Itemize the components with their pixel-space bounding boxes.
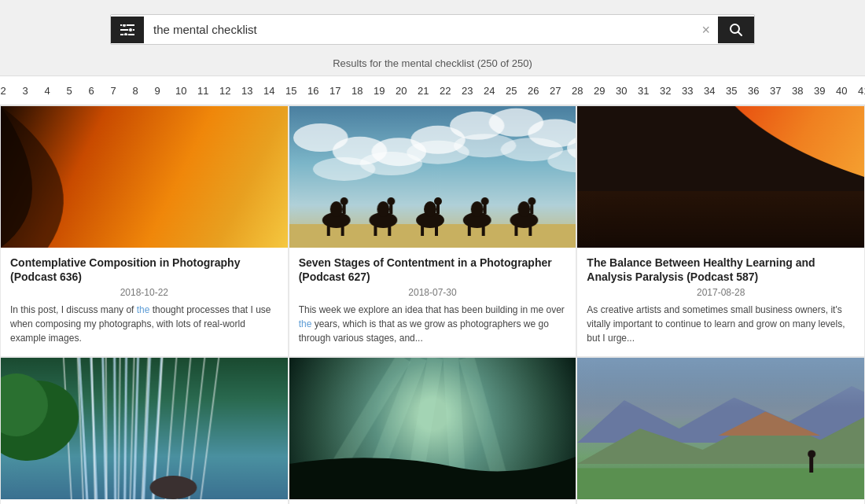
search-input[interactable] — [144, 15, 694, 44]
svg-point-4 — [129, 28, 133, 31]
page-button-29[interactable]: 29 — [587, 82, 608, 100]
card-2-excerpt: This week we explore an idea that has be… — [299, 303, 567, 345]
search-box: × — [110, 14, 755, 45]
card-6-image — [577, 358, 864, 499]
card-3-date: 2017-08-28 — [587, 287, 855, 298]
page-button-3[interactable]: 3 — [15, 82, 35, 100]
page-button-22[interactable]: 22 — [433, 82, 454, 100]
card-3-title: The Balance Between Healthy Learning and… — [587, 256, 855, 284]
card-4-image — [1, 358, 288, 499]
card-1-excerpt: In this post, I discuss many of the thou… — [10, 303, 278, 345]
page-button-20[interactable]: 20 — [389, 82, 410, 100]
card-2-title: Seven Stages of Contentment in a Photogr… — [299, 256, 567, 284]
page-button-27[interactable]: 27 — [543, 82, 564, 100]
result-card-5: Ten Ways to Improve Your Photography (Po… — [289, 357, 577, 504]
result-card-1: Contemplative Composition in Photography… — [0, 105, 289, 357]
page-button-28[interactable]: 28 — [565, 82, 586, 100]
page-button-16[interactable]: 16 — [301, 82, 322, 100]
clear-button[interactable]: × — [694, 18, 718, 42]
search-area: × — [0, 0, 865, 54]
page-button-18[interactable]: 18 — [345, 82, 366, 100]
result-card-3: The Balance Between Healthy Learning and… — [576, 105, 865, 357]
page-button-34[interactable]: 34 — [698, 82, 718, 100]
page-button-6[interactable]: 6 — [81, 82, 101, 100]
page-button-17[interactable]: 17 — [323, 82, 344, 100]
page-button-33[interactable]: 33 — [675, 82, 696, 100]
card-5-image — [289, 358, 576, 499]
page-button-5[interactable]: 5 — [59, 82, 79, 100]
page-button-4[interactable]: 4 — [37, 82, 57, 100]
svg-line-7 — [738, 31, 742, 35]
page-button-2[interactable]: 2 — [0, 82, 13, 100]
result-card-4: The Mental Checklist to Make Better Phot… — [0, 357, 289, 504]
page-button-26[interactable]: 26 — [521, 82, 542, 100]
page-button-15[interactable]: 15 — [279, 82, 300, 100]
page-button-30[interactable]: 30 — [609, 82, 630, 100]
page-button-38[interactable]: 38 — [786, 82, 806, 100]
page-button-35[interactable]: 35 — [720, 82, 740, 100]
page-button-31[interactable]: 31 — [631, 82, 652, 100]
page-button-24[interactable]: 24 — [477, 82, 498, 100]
page-button-19[interactable]: 19 — [367, 82, 388, 100]
page-button-23[interactable]: 23 — [455, 82, 476, 100]
svg-point-5 — [124, 32, 128, 35]
page-button-7[interactable]: 7 — [103, 82, 123, 100]
card-2-image — [289, 106, 576, 248]
page-button-40[interactable]: 40 — [830, 82, 850, 100]
page-button-12[interactable]: 12 — [213, 82, 234, 100]
svg-point-3 — [123, 24, 127, 28]
results-grid: Contemplative Composition in Photography… — [0, 105, 865, 504]
page-button-14[interactable]: 14 — [257, 82, 278, 100]
results-summary: Results for the mental checklist (250 of… — [0, 54, 865, 75]
page-button-41[interactable]: 41 — [852, 82, 865, 100]
card-1-image — [1, 106, 288, 248]
result-card-2: Seven Stages of Contentment in a Photogr… — [289, 105, 577, 357]
search-submit-button[interactable] — [718, 17, 754, 43]
card-2-date: 2018-07-30 — [299, 287, 567, 298]
page-button-39[interactable]: 39 — [808, 82, 828, 100]
page-button-13[interactable]: 13 — [235, 82, 256, 100]
pagination: ‹ 1 2 3 4 5 6 7 8 9 10 11 12 13 14 15 16… — [0, 75, 865, 105]
card-1-title: Contemplative Composition in Photography… — [10, 256, 278, 284]
page-button-21[interactable]: 21 — [411, 82, 432, 100]
page-button-25[interactable]: 25 — [499, 82, 520, 100]
card-3-image — [577, 106, 864, 248]
page-button-8[interactable]: 8 — [125, 82, 145, 100]
card-1-date: 2018-10-22 — [10, 287, 278, 298]
page-button-10[interactable]: 10 — [169, 82, 190, 100]
filter-button[interactable] — [111, 17, 144, 43]
result-card-6: My Journey – Just Getting Started (Podca… — [576, 357, 865, 504]
page-button-11[interactable]: 11 — [191, 82, 212, 100]
page-button-36[interactable]: 36 — [742, 82, 762, 100]
card-3-excerpt: As creative artists and sometimes small … — [587, 303, 855, 345]
page-button-9[interactable]: 9 — [147, 82, 167, 100]
page-button-37[interactable]: 37 — [764, 82, 784, 100]
page-button-32[interactable]: 32 — [653, 82, 674, 100]
